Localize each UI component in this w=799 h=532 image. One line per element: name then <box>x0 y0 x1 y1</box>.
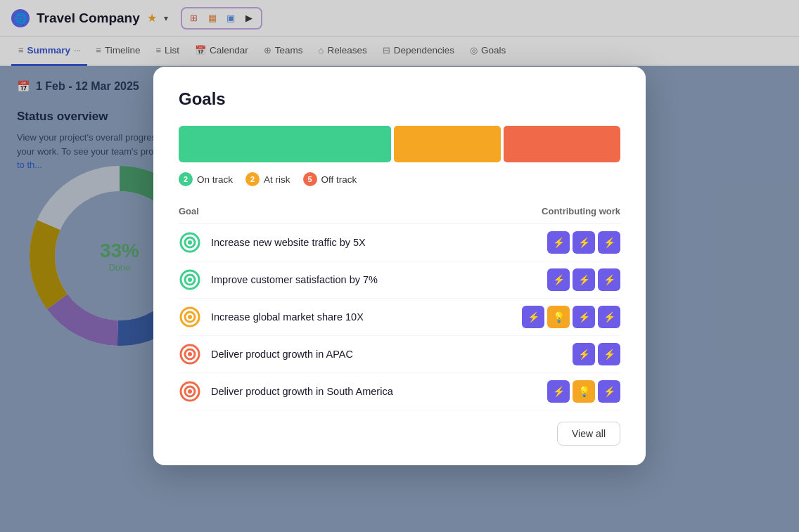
goal-row[interactable]: Deliver product growth in South America … <box>179 373 620 410</box>
goal-text: Deliver product growth in APAC <box>211 349 563 360</box>
at-risk-badge-count: 2 <box>245 172 260 186</box>
on-track-badge-count: 2 <box>179 172 193 186</box>
svg-point-16 <box>188 352 192 356</box>
contributing-icons: ⚡ 💡 ⚡ ⚡ <box>522 306 620 328</box>
contrib-lightbulb-icon: 💡 <box>547 306 570 328</box>
off-track-badge-count: 5 <box>303 172 317 186</box>
svg-point-7 <box>188 240 192 245</box>
contrib-bolt-icon: ⚡ <box>598 231 620 254</box>
contrib-bolt-icon: ⚡ <box>547 268 570 291</box>
view-all-button[interactable]: View all <box>557 422 620 446</box>
goals-table: Goal Contributing work Increase new webs… <box>179 206 620 410</box>
contributing-icons: ⚡ 💡 ⚡ <box>547 380 620 403</box>
contrib-bolt-icon: ⚡ <box>573 343 595 365</box>
on-track-label: On track <box>197 174 233 185</box>
goal-row[interactable]: Improve customer satisfaction by 7% ⚡ ⚡ … <box>179 261 620 299</box>
on-track-bar <box>179 126 391 162</box>
contrib-bolt-icon: ⚡ <box>573 231 595 254</box>
contrib-bolt-icon: ⚡ <box>522 306 544 328</box>
goal-text: Increase global market share 10X <box>211 311 512 323</box>
legend-on-track: 2 On track <box>179 172 233 186</box>
contrib-bolt-icon: ⚡ <box>598 306 620 328</box>
goal-status-icon <box>179 306 201 328</box>
status-legend: 2 On track 2 At risk 5 Off track <box>179 172 620 186</box>
goals-status-bar <box>179 126 620 162</box>
goal-status-icon <box>179 268 201 291</box>
goal-status-icon <box>179 231 201 254</box>
svg-point-19 <box>188 389 192 394</box>
at-risk-bar <box>394 126 500 162</box>
legend-at-risk: 2 At risk <box>245 172 290 186</box>
svg-point-13 <box>188 315 192 319</box>
contrib-bolt-icon: ⚡ <box>598 343 620 365</box>
goals-modal: Goals 2 On track 2 At risk 5 Off track <box>153 67 646 465</box>
contrib-bolt-icon: ⚡ <box>573 268 595 291</box>
contributing-icons: ⚡ ⚡ ⚡ <box>547 268 620 291</box>
goal-row[interactable]: Deliver product growth in APAC ⚡ ⚡ <box>179 336 620 373</box>
svg-point-10 <box>188 278 192 282</box>
at-risk-label: At risk <box>264 174 290 185</box>
contrib-bolt-icon: ⚡ <box>573 306 595 328</box>
contributing-icons: ⚡ ⚡ <box>573 343 620 365</box>
modal-title: Goals <box>179 89 620 109</box>
goal-row[interactable]: Increase new website traffic by 5X ⚡ ⚡ ⚡ <box>179 224 620 261</box>
goals-table-header: Goal Contributing work <box>179 206 620 224</box>
goal-text: Deliver product growth in South America <box>211 386 537 397</box>
off-track-bar <box>504 126 620 162</box>
contrib-bolt-icon: ⚡ <box>598 380 620 403</box>
contrib-bolt-icon: ⚡ <box>547 380 570 403</box>
goal-row[interactable]: Increase global market share 10X ⚡ 💡 ⚡ ⚡ <box>179 299 620 336</box>
goal-text: Increase new website traffic by 5X <box>211 237 537 248</box>
contrib-bolt-icon: ⚡ <box>547 231 570 254</box>
legend-off-track: 5 Off track <box>303 172 357 186</box>
contrib-lightbulb-icon: 💡 <box>573 380 595 403</box>
contributing-icons: ⚡ ⚡ ⚡ <box>547 231 620 254</box>
modal-overlay[interactable]: Goals 2 On track 2 At risk 5 Off track <box>0 0 799 532</box>
goal-status-icon <box>179 380 201 403</box>
contributing-column-header: Contributing work <box>542 206 620 216</box>
goal-text: Improve customer satisfaction by 7% <box>211 274 537 285</box>
goal-column-header: Goal <box>179 206 199 216</box>
goal-status-icon <box>179 343 201 365</box>
off-track-label: Off track <box>321 174 357 185</box>
contrib-bolt-icon: ⚡ <box>598 268 620 291</box>
